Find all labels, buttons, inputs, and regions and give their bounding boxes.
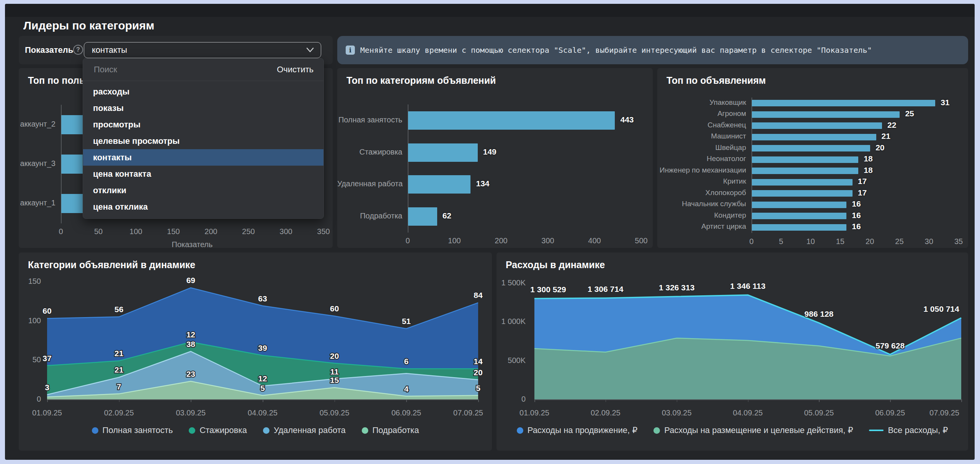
category-label: Кондитер	[657, 211, 746, 220]
legend-label: Подработка	[372, 425, 419, 435]
bar[interactable]	[752, 100, 935, 106]
x-axis-tick	[335, 399, 335, 402]
legend-item[interactable]: Все расходы, ₽	[869, 425, 948, 435]
series-boundary-line	[47, 342, 478, 369]
dropdown-item-6[interactable]: цена контакта	[83, 166, 323, 182]
dropdown-item-2[interactable]: показы	[83, 100, 323, 116]
x-tick-label: 150	[156, 227, 191, 236]
bar[interactable]	[408, 207, 437, 226]
category-label: Неонатолог	[657, 155, 746, 163]
point-label: 15	[330, 376, 339, 384]
legend-item[interactable]: Подработка	[362, 425, 419, 435]
point-label: 60	[42, 306, 51, 315]
dropdown-item-7[interactable]: отклики	[83, 182, 323, 199]
y-tick-label: 0	[497, 395, 526, 404]
y-tick-label: 1 000K	[497, 317, 526, 326]
point-label: 84	[474, 291, 483, 300]
point-label: 5	[476, 384, 480, 392]
area-series[interactable]	[47, 381, 478, 399]
bar[interactable]	[408, 111, 615, 130]
series-boundary-line	[47, 352, 478, 395]
area-series[interactable]	[47, 288, 478, 369]
indicator-select[interactable]: контакты	[84, 42, 321, 58]
chart-title-categories-dynamics: Категории объявлений в динамике	[28, 259, 195, 270]
indicator-select-value: контакты	[92, 45, 127, 55]
expenses_dynamics-plot: 1 300 5291 306 7141 326 3131 346 113986 …	[497, 252, 968, 451]
bar[interactable]	[752, 213, 846, 219]
bar[interactable]	[752, 156, 858, 163]
bar[interactable]	[752, 122, 882, 129]
point-label: 6	[404, 357, 408, 366]
divider	[83, 81, 323, 81]
dropdown-item-8[interactable]: цена отклика	[83, 199, 323, 215]
area-series[interactable]	[534, 295, 961, 356]
x-tick-label: 06.09.25	[873, 409, 907, 417]
bar[interactable]	[408, 175, 470, 194]
x-tick-label: 02.09.25	[102, 409, 136, 417]
legend-item[interactable]: Удаленная работа	[263, 425, 346, 435]
legend-dot-marker	[653, 427, 660, 434]
x-tick-label: 01.09.25	[30, 409, 64, 417]
x-axis-title: Показатель	[154, 240, 230, 249]
legend-item[interactable]: Полная занятость	[92, 425, 173, 435]
point-label: 1 306 714	[588, 285, 624, 293]
area-series[interactable]	[47, 342, 478, 395]
bar[interactable]	[752, 134, 876, 140]
chevron-down-icon	[306, 47, 314, 54]
dropdown-item-5[interactable]: контакты	[83, 149, 323, 166]
bar[interactable]	[408, 143, 478, 162]
bar[interactable]	[752, 168, 858, 174]
point-label: 12	[186, 330, 195, 339]
clear-button[interactable]: Очистить	[277, 65, 314, 75]
category-label: Полная занятость	[337, 116, 402, 124]
point-label: 3	[45, 383, 49, 392]
question-mark-icon[interactable]: ?	[73, 45, 83, 55]
x-tick-label: 200	[484, 236, 518, 245]
top-strip	[5, 4, 975, 17]
x-tick-label: 04.09.25	[731, 409, 765, 417]
legend-label: Расходы на продвижение, ₽	[528, 425, 638, 435]
category-label: аккаунт_1	[19, 199, 56, 207]
category-label: Упаковщик	[657, 98, 746, 107]
bar-value-label: 22	[887, 120, 896, 130]
area-series[interactable]	[534, 338, 961, 399]
legend: Расходы на продвижение, ₽Расходы на разм…	[497, 425, 968, 435]
point-label: 20	[330, 352, 339, 360]
legend-dot-marker	[263, 427, 270, 434]
point-label: 986 128	[804, 309, 833, 318]
bar-value-label: 31	[941, 98, 949, 107]
x-tick-label: 05.09.25	[317, 409, 352, 417]
legend-item[interactable]: Расходы на продвижение, ₽	[517, 425, 638, 435]
area-series[interactable]	[47, 352, 478, 397]
point-label: 69	[186, 276, 195, 285]
card-top-categories: Топ по категориям объявлений Полная заня…	[337, 68, 653, 248]
chart-title-expenses-dynamics: Расходы в динамике	[506, 259, 605, 270]
point-label: 20	[474, 368, 482, 377]
bar[interactable]	[752, 190, 853, 197]
legend-item[interactable]: Расходы на размещение и целевые действия…	[653, 425, 853, 435]
y-tick-label: 500K	[497, 356, 526, 365]
series-boundary-line	[534, 338, 961, 356]
bar-value-label: 20	[875, 143, 884, 152]
x-tick-label: 500	[624, 236, 658, 245]
point-label: 1 346 113	[730, 282, 765, 290]
search-input[interactable]	[93, 64, 277, 75]
x-axis-tick	[961, 399, 962, 402]
dropdown-item-3[interactable]: просмотры	[83, 116, 323, 133]
bar[interactable]	[752, 111, 900, 118]
bar[interactable]	[752, 224, 846, 231]
total-line[interactable]	[534, 295, 961, 354]
dropdown-item-1[interactable]: расходы	[83, 83, 323, 100]
bar[interactable]	[752, 202, 846, 208]
bar[interactable]	[752, 179, 853, 186]
x-tick-label: 04.09.25	[245, 409, 280, 417]
dropdown-item-4[interactable]: целевые просмотры	[83, 133, 323, 149]
hint-banner: i Меняйте шкалу времени с помощью селект…	[337, 36, 968, 64]
point-label: 14	[474, 357, 483, 366]
legend-item[interactable]: Стажировка	[189, 425, 247, 435]
x-tick-label: 05.09.25	[802, 409, 836, 417]
selector-label: Показатель	[25, 45, 73, 55]
categories_dynamics-plot: 7235154532138121120372112392061460566963…	[19, 252, 492, 451]
y-tick-label: 1 500K	[497, 278, 526, 287]
bar[interactable]	[752, 145, 870, 151]
